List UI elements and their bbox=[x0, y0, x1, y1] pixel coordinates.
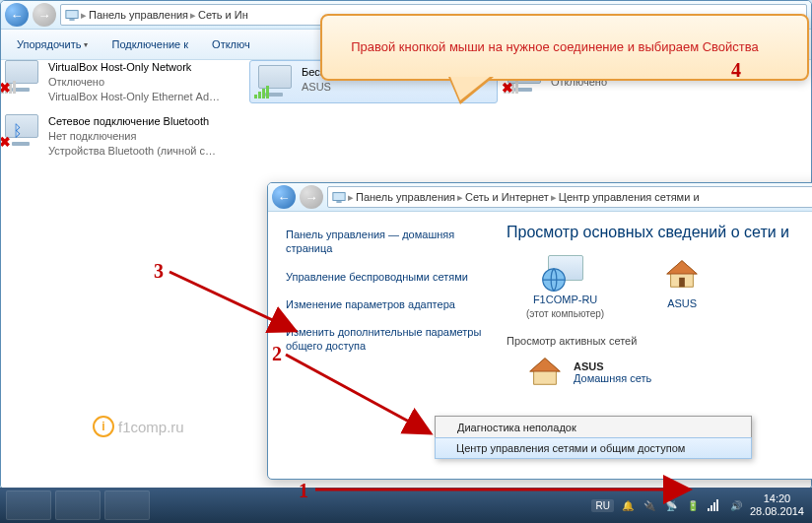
taskbar-app-2[interactable] bbox=[55, 490, 101, 520]
sub-breadcrumb-2[interactable]: Центр управления сетями и bbox=[559, 191, 700, 203]
svg-rect-2 bbox=[333, 193, 345, 201]
taskbar: RU 🔔 🔌 📡 🔋 🔊 14:20 28.08.2014 bbox=[0, 488, 812, 523]
tray-icon[interactable]: 📡 bbox=[663, 497, 679, 513]
step-number-2: 2 bbox=[272, 343, 282, 365]
side-link-3[interactable]: Изменить дополнительные параметры общего… bbox=[286, 325, 483, 354]
tray-icon[interactable]: 🔌 bbox=[642, 497, 657, 513]
house-icon bbox=[526, 353, 564, 392]
active-net-type[interactable]: Домашняя сеть bbox=[574, 372, 651, 384]
ctx-network-center[interactable]: Центр управления сетями и общим доступом bbox=[435, 437, 752, 459]
globe-icon bbox=[539, 265, 569, 294]
tray-icon[interactable]: 🔔 bbox=[620, 497, 636, 513]
network-node[interactable]: ASUS bbox=[663, 255, 701, 309]
sub-breadcrumb-0[interactable]: Панель управления bbox=[356, 191, 455, 203]
watermark-text: f1comp.ru bbox=[118, 419, 184, 435]
svg-rect-0 bbox=[66, 11, 78, 19]
step-number-4: 4 bbox=[731, 59, 741, 82]
connection-device: Устройства Bluetooth (личной с… bbox=[48, 144, 216, 159]
toolbar-organize[interactable]: Упорядочить▾ bbox=[9, 34, 96, 54]
lang-indicator[interactable]: RU bbox=[591, 499, 613, 512]
svg-rect-15 bbox=[713, 502, 715, 511]
control-panel-icon bbox=[65, 8, 79, 22]
toolbar-connect[interactable]: Подключение к bbox=[103, 34, 196, 54]
side-link-0[interactable]: Панель управления — домашняя страница bbox=[286, 228, 483, 256]
active-network-item[interactable]: ASUS Домашняя сеть bbox=[526, 353, 812, 392]
sub-address-bar[interactable]: ▸ Панель управления ▸ Сеть и Интернет ▸ … bbox=[327, 186, 812, 208]
svg-rect-1 bbox=[69, 19, 74, 20]
side-link-1[interactable]: Управление беспроводными сетями bbox=[286, 270, 483, 284]
callout-text: Правой кнопкой мыши на нужное соединение… bbox=[351, 38, 759, 56]
svg-rect-13 bbox=[708, 508, 710, 511]
time: 14:20 bbox=[750, 492, 804, 505]
side-link-2[interactable]: Изменение параметров адаптера bbox=[286, 297, 483, 311]
sub-nav-fwd[interactable]: → bbox=[300, 185, 323, 209]
net-name: ASUS bbox=[667, 297, 697, 309]
toolbar-disable[interactable]: Отключ bbox=[204, 34, 258, 54]
breadcrumb-sep: ▸ bbox=[81, 9, 87, 22]
connection-item[interactable]: ✖VirtualBox Host-Only NetworkОтключеноVi… bbox=[1, 60, 247, 104]
tray-context-menu: Диагностика неполадок Центр управления с… bbox=[435, 416, 752, 459]
network-adapter-icon bbox=[254, 65, 294, 98]
this-pc-node[interactable]: F1COMP-RU (этот компьютер) bbox=[526, 255, 604, 319]
connection-status: Нет подключения bbox=[48, 129, 216, 144]
computer-icon bbox=[545, 255, 586, 291]
connection-status: Отключено bbox=[48, 75, 220, 90]
svg-rect-14 bbox=[710, 505, 712, 511]
svg-rect-7 bbox=[679, 278, 685, 288]
sub-breadcrumb-1[interactable]: Сеть и Интернет bbox=[465, 191, 549, 203]
watermark: i f1comp.ru bbox=[93, 416, 184, 437]
step-number-1: 1 bbox=[299, 480, 308, 502]
panel-heading: Просмотр основных сведений о сети и bbox=[507, 224, 812, 241]
network-adapter-icon: ᛒ✖ bbox=[1, 114, 40, 148]
svg-rect-16 bbox=[716, 499, 718, 511]
breadcrumb-section[interactable]: Сеть и Ин bbox=[198, 9, 248, 21]
taskbar-app-1[interactable] bbox=[6, 490, 51, 520]
taskbar-app-3[interactable] bbox=[104, 490, 150, 520]
connection-title: VirtualBox Host-Only Network bbox=[48, 60, 220, 75]
connection-item[interactable]: ᛒ✖Сетевое подключение BluetoothНет подкл… bbox=[1, 114, 247, 159]
sub-nav-back[interactable]: ← bbox=[272, 185, 296, 209]
tray-icon[interactable]: 🔋 bbox=[685, 497, 701, 513]
svg-marker-9 bbox=[530, 359, 560, 371]
tray-network-icon[interactable] bbox=[707, 497, 722, 513]
house-icon bbox=[663, 255, 701, 294]
step-number-3: 3 bbox=[154, 260, 164, 283]
active-networks-label: Просмотр активных сетей bbox=[507, 335, 812, 347]
breadcrumb-root[interactable]: Панель управления bbox=[89, 9, 188, 21]
ctx-diagnose[interactable]: Диагностика неполадок bbox=[436, 417, 751, 438]
svg-marker-6 bbox=[667, 261, 697, 274]
sub-titlebar: ← → ▸ Панель управления ▸ Сеть и Интерне… bbox=[268, 183, 812, 212]
control-panel-icon bbox=[332, 190, 346, 204]
connection-title: Сетевое подключение Bluetooth bbox=[48, 114, 216, 129]
active-net-name: ASUS bbox=[574, 360, 651, 372]
connection-device: VirtualBox Host-Only Ethernet Аd… bbox=[48, 90, 220, 104]
network-adapter-icon: ✖ bbox=[1, 60, 40, 94]
date: 28.08.2014 bbox=[750, 505, 804, 518]
nav-forward-button[interactable]: → bbox=[33, 3, 56, 27]
pc-sub: (этот компьютер) bbox=[526, 308, 604, 319]
system-tray: RU 🔔 🔌 📡 🔋 🔊 14:20 28.08.2014 bbox=[591, 492, 812, 518]
info-icon: i bbox=[93, 416, 114, 437]
nav-back-button[interactable]: ← bbox=[5, 3, 29, 27]
tray-volume-icon[interactable]: 🔊 bbox=[728, 497, 744, 513]
clock[interactable]: 14:20 28.08.2014 bbox=[750, 492, 804, 518]
pc-name: F1COMP-RU bbox=[533, 294, 597, 305]
svg-rect-3 bbox=[336, 201, 341, 202]
